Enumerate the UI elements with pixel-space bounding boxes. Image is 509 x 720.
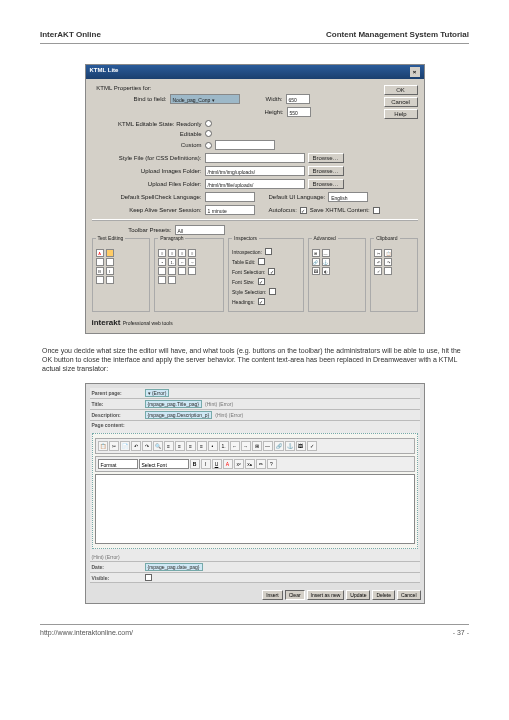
header-left: InterAKT Online bbox=[40, 30, 101, 39]
width-label: Width: bbox=[266, 96, 283, 102]
font-select[interactable]: Select Font bbox=[139, 459, 189, 469]
uploadfile-browse[interactable]: Browse… bbox=[308, 179, 344, 189]
tb-icon[interactable]: ✓ bbox=[307, 441, 317, 451]
tb-icon[interactable]: 🔗 bbox=[274, 441, 284, 451]
uploadimg-input[interactable]: /html/tm/img/uploads/ bbox=[205, 166, 305, 176]
tb-italic[interactable]: I bbox=[201, 459, 211, 469]
visible-label: Visible: bbox=[92, 575, 142, 581]
content-label: Page content: bbox=[92, 422, 142, 428]
insp-font-check[interactable]: ✓ bbox=[268, 268, 275, 275]
tb-icon[interactable]: ? bbox=[267, 459, 277, 469]
height-label: Height: bbox=[265, 109, 284, 115]
footer-right: - 37 - bbox=[453, 629, 469, 636]
tb-color[interactable]: A bbox=[223, 459, 233, 469]
tb-icon[interactable]: ≡ bbox=[197, 441, 207, 451]
spell-label: Default SpellCheck Language: bbox=[92, 194, 202, 200]
parent-value[interactable]: ▾ (Error) bbox=[145, 389, 170, 397]
editable-radio[interactable] bbox=[205, 130, 212, 137]
toolbar-label: Toolbar Presets: bbox=[92, 227, 172, 233]
ktml-toolbar: 📋✂📄↶↷🔍≡≡≡≡•1.←→⊞—🔗⚓🖼✓ bbox=[95, 438, 415, 454]
autofocus-check[interactable]: ✓ bbox=[300, 207, 307, 214]
prop-label: KTML Properties for: bbox=[92, 85, 152, 91]
tb-icon[interactable]: ⚓ bbox=[285, 441, 295, 451]
insp-head-check[interactable]: ✓ bbox=[258, 298, 265, 305]
clear-button[interactable]: Clear bbox=[285, 590, 305, 600]
tb-icon[interactable]: 1. bbox=[219, 441, 229, 451]
tb-under[interactable]: U bbox=[212, 459, 222, 469]
insert-button[interactable]: Insert bbox=[262, 590, 283, 600]
uploadimg-label: Upload Images Folder: bbox=[92, 168, 202, 174]
height-input[interactable]: 550 bbox=[287, 107, 311, 117]
date-value[interactable]: {rspage_pag.date_pag} bbox=[145, 563, 203, 571]
desc-hint: (Hint) (Error) bbox=[215, 412, 243, 418]
insertnew-button[interactable]: Insert as new bbox=[307, 590, 345, 600]
cancel-button[interactable]: Cancel bbox=[384, 97, 418, 107]
delete-button[interactable]: Delete bbox=[372, 590, 394, 600]
tb-icon[interactable]: ↷ bbox=[142, 441, 152, 451]
tb-icon[interactable]: ≡ bbox=[175, 441, 185, 451]
tb-icon[interactable]: ≡ bbox=[186, 441, 196, 451]
tb-icon[interactable]: 🔍 bbox=[153, 441, 163, 451]
insp-intro: Introspection: bbox=[232, 249, 262, 255]
visible-check[interactable] bbox=[145, 574, 152, 581]
width-input[interactable]: 650 bbox=[286, 94, 310, 104]
tb-icon[interactable]: → bbox=[241, 441, 251, 451]
tb-icon[interactable]: ← bbox=[230, 441, 240, 451]
cancel2-button[interactable]: Cancel bbox=[397, 590, 421, 600]
tb-bold[interactable]: B bbox=[190, 459, 200, 469]
uilang-select[interactable]: English bbox=[328, 192, 368, 202]
title-hint: (Hint) (Error) bbox=[205, 401, 233, 407]
panel-clipboard: Clipboard bbox=[374, 235, 399, 241]
panel-paragraph: Paragraph bbox=[158, 235, 185, 241]
title-value[interactable]: {rspage_pag.Title_pag} bbox=[145, 400, 203, 408]
update-button[interactable]: Update bbox=[346, 590, 370, 600]
keepalive-select[interactable]: 1 minute bbox=[205, 205, 255, 215]
bind-field[interactable]: Node_pag_Conp ▾ bbox=[170, 94, 240, 104]
stylefile-browse[interactable]: Browse… bbox=[308, 153, 344, 163]
uploadfile-input[interactable]: /html/tm/file/uploads/ bbox=[205, 179, 305, 189]
tb-icon[interactable]: 🖼 bbox=[296, 441, 306, 451]
panel-advanced: Advanced bbox=[312, 235, 338, 241]
content-textarea[interactable] bbox=[95, 474, 415, 544]
insp-size-check[interactable]: ✓ bbox=[258, 278, 265, 285]
tb-icon[interactable]: x₂ bbox=[245, 459, 255, 469]
insp-table: Table Edit: bbox=[232, 259, 255, 265]
format-select[interactable]: Format bbox=[98, 459, 138, 469]
desc-value[interactable]: {rspage_pag.Description_p} bbox=[145, 411, 213, 419]
uploadfile-label: Upload Files Folder: bbox=[92, 181, 202, 187]
custom-radio[interactable] bbox=[205, 142, 212, 149]
tb-icon[interactable]: 📋 bbox=[98, 441, 108, 451]
stylefile-input[interactable] bbox=[205, 153, 305, 163]
header-right: Content Management System Tutorial bbox=[326, 30, 469, 39]
insp-intro-check[interactable] bbox=[265, 248, 272, 255]
tb-icon[interactable]: • bbox=[208, 441, 218, 451]
tb-icon[interactable]: ≡ bbox=[164, 441, 174, 451]
custom-input[interactable] bbox=[215, 140, 275, 150]
date-label: Date: bbox=[92, 564, 142, 570]
panel-textediting: Text Editing bbox=[96, 235, 126, 241]
tb-icon[interactable]: — bbox=[263, 441, 273, 451]
bind-label: Bind to field: bbox=[92, 96, 167, 102]
uilang-label: Default UI Language: bbox=[269, 194, 326, 200]
spell-select[interactable] bbox=[205, 192, 255, 202]
tb-icon[interactable]: ↶ bbox=[131, 441, 141, 451]
title-label: Title: bbox=[92, 401, 142, 407]
logo: interakt bbox=[92, 318, 121, 327]
uploadimg-browse[interactable]: Browse… bbox=[308, 166, 344, 176]
editable-label: Editable bbox=[92, 131, 202, 137]
insp-style-check[interactable] bbox=[269, 288, 276, 295]
help-button[interactable]: Help bbox=[384, 109, 418, 119]
body-para: Once you decide what size the editor wil… bbox=[42, 346, 467, 373]
close-icon[interactable]: × bbox=[410, 67, 420, 77]
toolbar-select[interactable]: All bbox=[175, 225, 225, 235]
tb-icon[interactable]: ⊞ bbox=[252, 441, 262, 451]
insp-table-check[interactable] bbox=[258, 258, 265, 265]
ok-button[interactable]: OK bbox=[384, 85, 418, 95]
readonly-radio[interactable] bbox=[205, 120, 212, 127]
tb-icon[interactable]: 📄 bbox=[120, 441, 130, 451]
panel-inspectors: Inspectors bbox=[232, 235, 259, 241]
tb-icon[interactable]: x² bbox=[234, 459, 244, 469]
tb-icon[interactable]: ✂ bbox=[109, 441, 119, 451]
tb-icon[interactable]: ✏ bbox=[256, 459, 266, 469]
savexhtml-check[interactable] bbox=[373, 207, 380, 214]
